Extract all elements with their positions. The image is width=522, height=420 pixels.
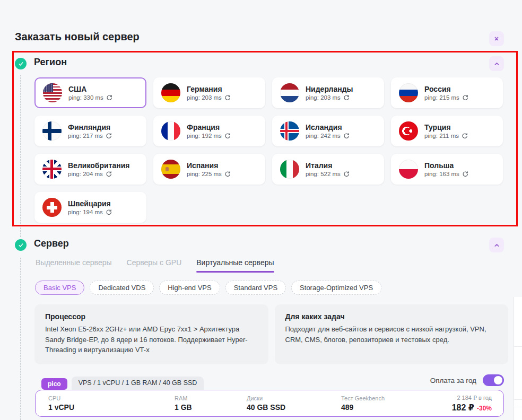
spec-label: CPU: [48, 395, 175, 401]
refresh-ping-icon[interactable]: [106, 133, 112, 139]
spec-label: RAM: [175, 395, 247, 401]
country-ping: ping: 203 ms: [306, 94, 341, 101]
plan-spec: Диски 40 GB SSD: [247, 395, 341, 412]
refresh-ping-icon[interactable]: [106, 94, 112, 101]
vps-filter-pill[interactable]: Dedicated VDS: [90, 281, 154, 295]
region-card[interactable]: Франция ping: 192 ms: [153, 116, 265, 146]
spec-label: Диски: [247, 395, 341, 401]
vps-filter-pill[interactable]: Basic VPS: [35, 281, 84, 295]
order-server-dialog: Заказать новый сервер Регион США ping: 3…: [0, 0, 522, 420]
country-flag-icon: [161, 121, 180, 141]
info-card-title: Для каких задач: [285, 312, 498, 321]
server-step-check-icon: [15, 239, 27, 251]
region-card[interactable]: Нидерланды ping: 203 ms: [272, 77, 384, 108]
server-type-tab[interactable]: Виртуальные серверы: [196, 258, 274, 273]
refresh-ping-icon[interactable]: [343, 133, 350, 139]
chevron-up-icon: [493, 242, 500, 249]
country-ping: ping: 242 ms: [306, 133, 341, 139]
country-ping: ping: 522 ms: [306, 171, 341, 177]
vps-filter-pill[interactable]: High-end VPS: [159, 281, 220, 295]
server-collapse-button[interactable]: [489, 238, 504, 252]
refresh-ping-icon[interactable]: [343, 171, 350, 177]
refresh-ping-icon[interactable]: [462, 94, 468, 101]
region-card[interactable]: США ping: 330 ms: [34, 77, 146, 108]
info-card: Для каких задач Подходит для веб-сайтов …: [275, 304, 509, 364]
close-button[interactable]: [489, 31, 504, 46]
price-discount-badge: -30%: [477, 405, 492, 412]
refresh-ping-icon[interactable]: [224, 171, 231, 177]
country-ping: ping: 192 ms: [187, 133, 222, 139]
refresh-ping-icon[interactable]: [224, 133, 231, 139]
country-ping: ping: 204 ms: [68, 171, 103, 177]
spec-value: 489: [341, 403, 428, 412]
plan-card[interactable]: CPU 1 vCPU RAM 1 GB Диски 40 GB SSD Тест…: [35, 390, 504, 417]
country-name: Турция: [424, 123, 468, 133]
server-section-title: Сервер: [34, 238, 69, 249]
region-card[interactable]: Турция ping: 211 ms: [391, 116, 503, 146]
country-flag-icon: [280, 83, 299, 102]
country-flag-icon: [399, 160, 418, 179]
region-card[interactable]: Испания ping: 225 ms: [153, 154, 265, 185]
refresh-ping-icon[interactable]: [343, 94, 350, 101]
country-name: Польша: [424, 161, 468, 171]
country-flag-icon: [161, 83, 180, 102]
region-step-check-icon: [15, 58, 27, 69]
plan-specs: CPU 1 vCPU RAM 1 GB Диски 40 GB SSD Тест…: [48, 395, 428, 412]
country-ping: ping: 163 ms: [424, 171, 459, 177]
price-yearly: 2 184 ₽ в год: [428, 395, 492, 401]
info-cards: Процессор Intel Xeon E5-26xx 2GHz+ или A…: [34, 304, 508, 364]
country-flag-icon: [42, 198, 62, 217]
country-name: США: [68, 85, 112, 94]
country-ping: ping: 211 ms: [424, 133, 459, 139]
region-card[interactable]: Швейцария ping: 194 ms: [34, 192, 146, 223]
country-name: Швейцария: [68, 199, 112, 209]
yearly-payment-toggle[interactable]: [483, 374, 504, 386]
vps-filter-pill[interactable]: Storage-Optimized VPS: [291, 281, 381, 295]
timeline-connector: [20, 75, 21, 237]
country-name: Финляндия: [68, 123, 112, 133]
region-card[interactable]: Россия ping: 215 ms: [391, 77, 503, 108]
country-name: Испания: [187, 161, 231, 171]
region-card[interactable]: Германия ping: 203 ms: [153, 77, 265, 108]
server-type-tab[interactable]: Выделенные серверы: [36, 258, 112, 273]
country-flag-icon: [399, 121, 418, 141]
country-flag-icon: [280, 160, 299, 179]
country-flag-icon: [43, 83, 62, 102]
country-flag-icon: [399, 83, 418, 102]
refresh-ping-icon[interactable]: [224, 94, 231, 101]
refresh-ping-icon[interactable]: [106, 171, 112, 177]
country-ping: ping: 330 ms: [68, 94, 103, 101]
region-card[interactable]: Италия ping: 522 ms: [272, 154, 384, 185]
country-flag-icon: [42, 121, 62, 141]
country-flag-icon: [280, 121, 299, 141]
region-card[interactable]: Исландия ping: 242 ms: [272, 116, 384, 146]
region-collapse-button[interactable]: [489, 56, 504, 71]
info-card-text: Подходит для веб-сайтов и сервисов с низ…: [285, 324, 498, 345]
region-card[interactable]: Польша ping: 163 ms: [391, 154, 503, 185]
country-ping: ping: 217 ms: [68, 133, 103, 139]
region-card[interactable]: Финляндия ping: 217 ms: [34, 116, 146, 146]
close-icon: [493, 36, 500, 42]
plan-config-tab[interactable]: VPS / 1 vCPU / 1 GB RAM / 40 GB SSD: [72, 377, 204, 390]
country-ping: ping: 215 ms: [424, 94, 459, 101]
info-card-text: Intel Xeon E5-26xx 2GHz+ или AMD Epyc 7x…: [45, 324, 258, 355]
vps-filter-pill[interactable]: Standard VPS: [225, 281, 286, 295]
refresh-ping-icon[interactable]: [106, 209, 112, 215]
spec-value: 1 vCPU: [48, 403, 175, 412]
refresh-ping-icon[interactable]: [462, 171, 468, 177]
country-name: Италия: [306, 161, 350, 171]
background-page-edge: [514, 297, 522, 420]
plan-spec: RAM 1 GB: [175, 395, 247, 412]
spec-label: Тест Geekbench: [341, 395, 428, 401]
page-title: Заказать новый сервер: [15, 31, 140, 43]
refresh-ping-icon[interactable]: [462, 133, 468, 139]
payment-period-row: Оплата за год: [430, 374, 504, 386]
country-name: Франция: [187, 123, 231, 133]
server-type-tab[interactable]: Серверы с GPU: [127, 258, 182, 273]
vps-filter-pills: Basic VPS Dedicated VDS High-end VPS Sta…: [35, 281, 381, 295]
region-card[interactable]: Великобритания ping: 204 ms: [34, 154, 146, 185]
info-card: Процессор Intel Xeon E5-26xx 2GHz+ или A…: [34, 304, 268, 364]
price-monthly: 182 ₽: [452, 403, 474, 412]
country-name: Исландия: [306, 123, 350, 133]
plan-name-badge: pico: [41, 378, 67, 390]
